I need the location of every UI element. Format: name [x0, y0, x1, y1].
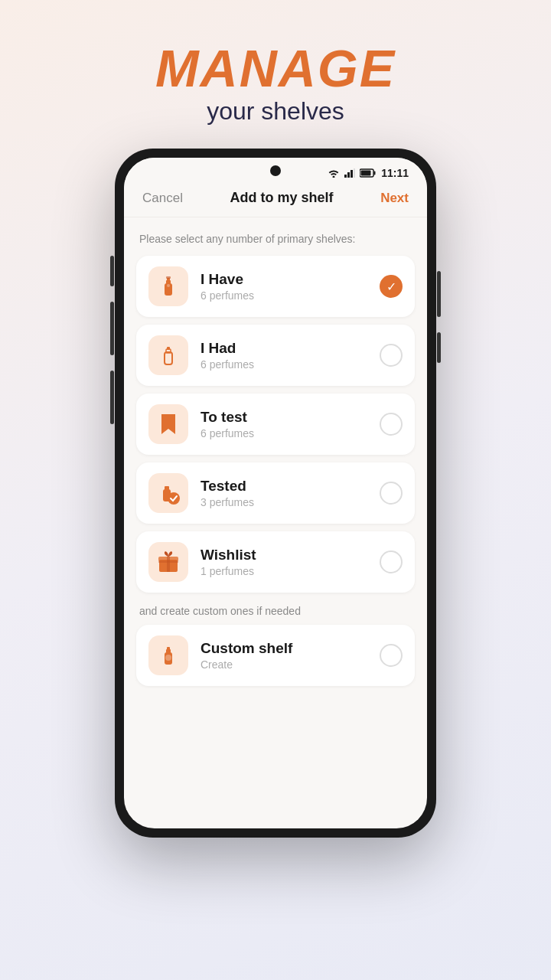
cancel-button[interactable]: Cancel [142, 191, 183, 206]
shelf-count-i-have: 6 perfumes [201, 289, 380, 302]
shelf-icon-wrap-wishlist [148, 542, 188, 582]
shelf-item-custom[interactable]: Custom shelf Create [136, 625, 415, 686]
svg-rect-0 [344, 175, 347, 178]
shelf-name-to-test: To test [201, 409, 380, 426]
shelf-icon-wrap-to-test [148, 404, 188, 444]
svg-rect-20 [167, 557, 170, 572]
shelf-item-i-have[interactable]: I Have 6 perfumes ✓ [136, 256, 415, 317]
svg-rect-5 [374, 172, 376, 175]
shelf-icon-wrap-custom [148, 635, 188, 675]
shelf-count-tested: 3 perfumes [201, 496, 380, 508]
shelf-text-to-test: To test 6 perfumes [201, 409, 380, 439]
status-bar: 11:11 [124, 158, 427, 182]
status-icons: 11:11 [328, 167, 409, 179]
shelf-icon-wrap-i-had [148, 335, 188, 375]
svg-point-11 [167, 284, 170, 287]
camera-notch [270, 165, 281, 176]
svg-rect-3 [354, 168, 355, 178]
screen-content: Please select any number of primary shel… [124, 217, 427, 828]
svg-rect-10 [166, 276, 171, 279]
custom-bottle-icon [158, 643, 179, 668]
svg-rect-1 [347, 172, 350, 178]
battery-icon [360, 168, 377, 178]
nav-title: Add to my shelf [230, 190, 334, 206]
shelf-item-to-test[interactable]: To test 6 perfumes [136, 394, 415, 455]
shelf-checkbox-i-have[interactable]: ✓ [380, 275, 403, 298]
shelf-checkbox-tested[interactable] [380, 482, 403, 505]
phone-volume-down-button [110, 371, 114, 424]
shelf-text-tested: Tested 3 perfumes [201, 478, 380, 508]
bookmark-icon [159, 413, 178, 436]
shelf-text-wishlist: Wishlist 1 perfumes [201, 547, 380, 577]
svg-rect-16 [165, 486, 169, 490]
shelf-icon-wrap-i-have [148, 266, 188, 306]
svg-point-17 [168, 492, 180, 505]
top-nav: Cancel Add to my shelf Next [124, 182, 427, 217]
svg-rect-2 [350, 170, 353, 178]
perfume-bottle-outline-icon [158, 343, 179, 368]
page-header: MANAGE your shelves [155, 0, 396, 126]
shelf-name-tested: Tested [201, 478, 380, 495]
phone-screen: 11:11 Cancel Add to my shelf Next Please… [124, 158, 427, 828]
tested-icon [157, 482, 180, 505]
svg-rect-12 [165, 352, 172, 364]
shelf-item-tested[interactable]: Tested 3 perfumes [136, 462, 415, 524]
svg-rect-6 [361, 171, 371, 176]
page-title-sub: your shelves [155, 97, 396, 126]
shelf-count-wishlist: 1 perfumes [201, 565, 380, 577]
signal-icon [344, 168, 355, 178]
shelf-name-i-have: I Have [201, 271, 380, 288]
shelf-checkbox-i-had[interactable] [380, 344, 403, 367]
svg-rect-21 [158, 560, 178, 563]
gift-icon [158, 550, 179, 573]
phone-power-button [437, 271, 441, 317]
shelf-item-wishlist[interactable]: Wishlist 1 perfumes [136, 531, 415, 593]
shelf-checkbox-to-test[interactable] [380, 413, 403, 436]
custom-label: and create custom ones if needed [139, 605, 415, 617]
perfume-bottle-icon [158, 274, 179, 299]
phone-mute-button [110, 256, 114, 286]
shelf-item-i-had[interactable]: I Had 6 perfumes [136, 325, 415, 386]
shelf-count-to-test: 6 perfumes [201, 427, 380, 439]
status-time: 11:11 [381, 167, 409, 179]
page-title-main: MANAGE [155, 42, 396, 94]
shelf-name-custom: Custom shelf [201, 640, 380, 657]
svg-rect-24 [167, 647, 170, 650]
section-instruction: Please select any number of primary shel… [136, 233, 415, 245]
svg-point-25 [165, 655, 171, 661]
phone-volume-button-right [437, 332, 441, 363]
shelf-icon-wrap-tested [148, 473, 188, 513]
shelf-name-wishlist: Wishlist [201, 547, 380, 564]
shelf-text-i-had: I Had 6 perfumes [201, 340, 380, 371]
phone-volume-up-button [110, 302, 114, 355]
shelf-text-custom: Custom shelf Create [201, 640, 380, 671]
shelf-count-custom: Create [201, 658, 380, 671]
shelf-name-i-had: I Had [201, 340, 380, 357]
shelf-text-i-have: I Have 6 perfumes [201, 271, 380, 302]
shelf-count-i-had: 6 perfumes [201, 358, 380, 371]
shelf-checkbox-wishlist[interactable] [380, 550, 403, 573]
shelf-checkbox-custom[interactable] [380, 644, 403, 667]
wifi-icon [328, 168, 340, 178]
phone-frame: 11:11 Cancel Add to my shelf Next Please… [115, 149, 436, 838]
next-button[interactable]: Next [380, 191, 409, 206]
svg-rect-14 [167, 347, 170, 350]
